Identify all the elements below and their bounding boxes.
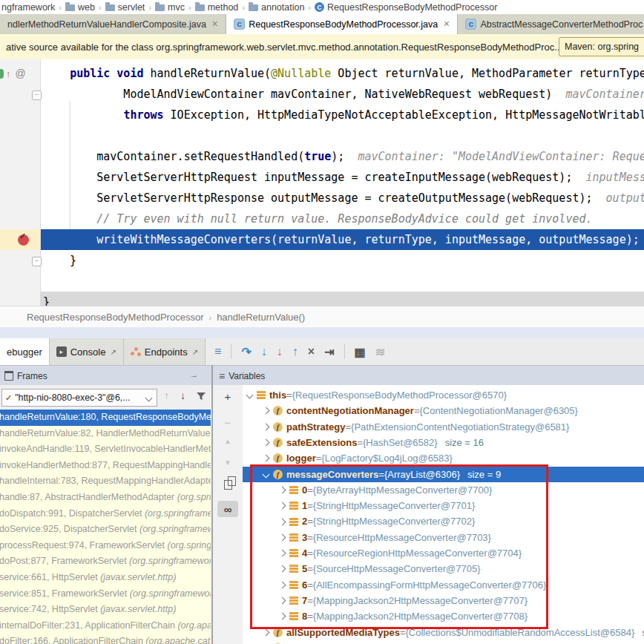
- code-editor[interactable]: ↑@−− @Override public void handleReturnV…: [0, 59, 644, 306]
- code-line[interactable]: ModelAndViewContainer mavContainer, Nati…: [41, 84, 644, 105]
- variable-row-6[interactable]: 6 = {AllEncompassingFormHttpMessageConve…: [243, 577, 644, 593]
- show-watches-icon[interactable]: ∞: [217, 501, 238, 517]
- debug-tab-Endpoints[interactable]: Endpoints↗: [124, 338, 206, 365]
- chevron-down-icon[interactable]: [246, 392, 254, 399]
- filter-icon[interactable]: [196, 391, 206, 404]
- drop-frame-icon[interactable]: ×: [308, 345, 315, 358]
- force-step-into-icon[interactable]: ↓: [277, 345, 283, 358]
- chevron-right-icon[interactable]: [279, 533, 286, 541]
- breadcrumb-item-web[interactable]: web: [64, 2, 96, 13]
- tab-RequestResponseBodyMethodProcessor.java[interactable]: CRequestResponseBodyMethodProcessor.java…: [226, 14, 458, 34]
- chevron-right-icon[interactable]: [263, 423, 270, 430]
- step-over-icon[interactable]: ↷: [241, 345, 251, 359]
- variable-row-1[interactable]: 1 = {StringHttpMessageConverter@7701}: [243, 498, 644, 513]
- step-into-icon[interactable]: ↓: [261, 345, 267, 358]
- variable-row-this[interactable]: this = {RequestResponseBodyMethodProcess…: [243, 387, 644, 403]
- editor-code-area[interactable]: @Override public void handleReturnValue(…: [41, 59, 644, 306]
- chevron-right-icon[interactable]: [263, 628, 270, 636]
- add-watch-icon[interactable]: +: [213, 390, 243, 403]
- layout-settings-icon[interactable]: ≡: [214, 345, 221, 358]
- chevron-right-icon[interactable]: [279, 581, 286, 588]
- chevron-right-icon[interactable]: [263, 439, 270, 447]
- variable-row-safeExtensions[interactable]: fsafeExtensions = {HashSet@6582}size = 1…: [243, 435, 644, 450]
- variable-row-advice[interactable]: fadvice = {RequestResponseBodyAdviceChai…: [243, 640, 644, 644]
- code-line[interactable]: mavContainer.setRequestHandled(true); ma…: [41, 146, 644, 167]
- chevron-right-icon[interactable]: [263, 407, 270, 415]
- stack-frame-row[interactable]: doDispatch:991, DispatcherServlet (org.s…: [0, 506, 211, 522]
- frames-list[interactable]: handleReturnValue:180, RequestResponseBo…: [0, 410, 211, 644]
- open-in-new-icon[interactable]: →: [190, 370, 198, 379]
- variable-row-messageConverters[interactable]: fmessageConverters = {ArrayList@6306}siz…: [243, 467, 644, 482]
- code-line[interactable]: public void handleReturnValue(@Nullable …: [41, 63, 644, 84]
- code-line[interactable]: [41, 271, 644, 292]
- move-down-icon[interactable]: ▼: [213, 459, 243, 467]
- variable-row-7[interactable]: 7 = {MappingJackson2HttpMessageConverter…: [243, 593, 644, 608]
- variable-row-contentNegotiationManager[interactable]: fcontentNegotiationManager = {ContentNeg…: [243, 403, 644, 418]
- step-out-icon[interactable]: ↑: [292, 345, 298, 358]
- editor-gutter[interactable]: ↑@−−: [0, 59, 41, 306]
- chevron-right-icon[interactable]: [279, 518, 286, 525]
- tab-ndlerMethodReturnValueHandlerComposite.java[interactable]: ndlerMethodReturnValueHandlerComposite.j…: [0, 14, 226, 34]
- breakpoint-icon[interactable]: [18, 234, 29, 246]
- chevron-right-icon[interactable]: [279, 613, 286, 620]
- close-icon[interactable]: ✕: [211, 19, 218, 29]
- run-to-cursor-icon[interactable]: ⇥: [324, 345, 334, 359]
- variable-row-8[interactable]: 8 = {MappingJackson2HttpMessageConverter…: [243, 608, 644, 624]
- chevron-right-icon[interactable]: [263, 455, 270, 462]
- breadcrumb-item-method[interactable]: method: [194, 2, 240, 13]
- variable-row-4[interactable]: 4 = {ResourceRegionHttpMessageConverter@…: [243, 545, 644, 561]
- stack-frame-row[interactable]: handleReturnValue:82, HandlerMethodRetur…: [0, 426, 211, 442]
- variable-row-pathStrategy[interactable]: fpathStrategy = {PathExtensionContentNeg…: [243, 419, 644, 435]
- breadcrumb-method[interactable]: handleReturnValue(): [217, 312, 305, 323]
- maven-source-button[interactable]: Maven: org.spring: [559, 37, 644, 56]
- copy-icon[interactable]: [213, 480, 243, 490]
- stack-frame-row[interactable]: service:742, HttpServlet (javax.servlet.…: [0, 602, 211, 618]
- override-marker[interactable]: ↑@: [0, 63, 40, 84]
- breadcrumb-item-mvc[interactable]: mvc: [154, 2, 186, 13]
- next-frame-icon[interactable]: ↓: [180, 390, 185, 401]
- trace-streams-icon[interactable]: ≋: [375, 345, 385, 359]
- stack-frame-row[interactable]: handleInternal:783, RequestMappingHandle…: [0, 473, 211, 490]
- stack-frame-row[interactable]: processRequest:974, FrameworkServlet (or…: [0, 538, 211, 554]
- variable-row-allSupportedMediaTypes[interactable]: fallSupportedMediaTypes = {Collections$U…: [243, 625, 644, 640]
- thread-selector[interactable]: ✓ "http-nio-8080-exec-3"@6,...: [1, 389, 157, 407]
- debug-tab-ebugger[interactable]: ebugger: [0, 338, 50, 365]
- breadcrumb-item-ngframework[interactable]: ngframework: [0, 2, 56, 13]
- breadcrumb-item-annotation[interactable]: annotation: [247, 2, 306, 13]
- move-up-icon[interactable]: ▲: [213, 437, 243, 445]
- variable-row-5[interactable]: 5 = {SourceHttpMessageConverter@7705}: [243, 561, 644, 576]
- close-icon[interactable]: ✕: [443, 19, 450, 29]
- debug-tab-Console[interactable]: ▸Console↗: [50, 338, 124, 365]
- code-line[interactable]: writeWithMessageConverters(returnValue, …: [41, 229, 644, 250]
- stack-frame-row[interactable]: internalDoFilter:231, ApplicationFilterC…: [0, 618, 211, 634]
- chevron-right-icon[interactable]: [279, 486, 286, 493]
- breadcrumb-item-servlet[interactable]: servlet: [104, 2, 147, 13]
- tab-AbstractMessageConverterMethodProc[interactable]: CAbstractMessageConverterMethodProc: [458, 14, 644, 34]
- variable-row-logger[interactable]: flogger = {LogFactory$Log4jLog@6583}: [243, 450, 644, 466]
- stack-frame-row[interactable]: doFilter:166, ApplicationFilterChain (or…: [0, 634, 211, 644]
- breadcrumb-class[interactable]: RequestResponseBodyMethodProcessor: [27, 312, 203, 323]
- prev-frame-icon[interactable]: ↑: [164, 390, 169, 401]
- variables-tree[interactable]: this = {RequestResponseBodyMethodProcess…: [243, 385, 644, 644]
- code-line[interactable]: throws IOException, HttpMediaTypeNotAcce…: [41, 105, 644, 125]
- code-line[interactable]: ServletServerHttpResponse outputMessage …: [41, 188, 644, 208]
- stack-frame-row[interactable]: service:851, FrameworkServlet (org.sprin…: [0, 586, 211, 602]
- stack-frame-row[interactable]: handleReturnValue:180, RequestResponseBo…: [0, 410, 211, 426]
- stack-frame-row[interactable]: doService:925, DispatcherServlet (org.sp…: [0, 522, 211, 538]
- stack-frame-row[interactable]: invokeHandlerMethod:877, RequestMappingH…: [0, 458, 211, 474]
- breakpoint-row[interactable]: [0, 229, 40, 250]
- stack-frame-row[interactable]: handle:87, AbstractHandlerMethodAdapter …: [0, 490, 211, 506]
- variable-row-3[interactable]: 3 = {ResourceHttpMessageConverter@7703}: [243, 530, 644, 545]
- code-line[interactable]: }: [41, 292, 644, 306]
- code-line[interactable]: // Try even with null return value. Resp…: [41, 208, 644, 229]
- chevron-right-icon[interactable]: [279, 597, 286, 605]
- code-line[interactable]: }: [41, 250, 644, 271]
- breadcrumb-item-RequestResponseBodyMethodProcessor[interactable]: CRequestResponseBodyMethodProcessor: [313, 2, 499, 13]
- stack-frame-row[interactable]: invokeAndHandle:119, ServletInvocableHan…: [0, 441, 211, 458]
- chevron-right-icon[interactable]: [279, 550, 286, 557]
- stack-frame-row[interactable]: doPost:877, FrameworkServlet (org.spring…: [0, 553, 211, 570]
- variable-row-2[interactable]: 2 = {StringHttpMessageConverter@7702}: [243, 513, 644, 529]
- chevron-right-icon[interactable]: [279, 502, 286, 510]
- view-as-table-icon[interactable]: ▦: [355, 345, 366, 359]
- remove-watch-icon[interactable]: −: [213, 416, 243, 429]
